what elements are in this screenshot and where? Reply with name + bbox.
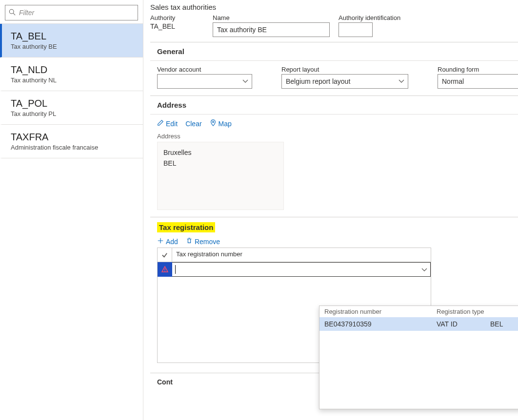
- authority-list-pane: TA_BEL Tax authority BE TA_NLD Tax autho…: [0, 0, 143, 420]
- address-line: Bruxelles: [163, 147, 278, 158]
- rounding-label: Rounding form: [438, 66, 518, 73]
- name-label: Name: [213, 14, 330, 21]
- tax-reg-number-column-header[interactable]: Tax registration number: [172, 248, 431, 262]
- popup-empty-area: [319, 331, 518, 409]
- tax-registration-header[interactable]: Tax registration: [157, 222, 215, 232]
- remove-label: Remove: [195, 238, 220, 246]
- rounding-select[interactable]: [438, 74, 518, 89]
- map-link[interactable]: Map: [210, 119, 232, 128]
- svg-point-0: [9, 9, 14, 14]
- address-line: BEL: [163, 158, 278, 169]
- list-item-code: TAXFRA: [11, 132, 135, 143]
- list-item[interactable]: TAXFRA Administration fiscale francaise: [0, 125, 143, 158]
- tax-reg-number-input[interactable]: [172, 263, 430, 276]
- address-field-label: Address: [157, 133, 511, 140]
- add-label: Add: [166, 238, 178, 246]
- svg-line-1: [13, 13, 15, 15]
- grid-row: [158, 262, 431, 277]
- map-label: Map: [219, 120, 232, 128]
- page-title: Sales tax authorities: [150, 2, 518, 14]
- list-item[interactable]: TA_NLD Tax authority NL: [0, 57, 143, 91]
- plus-icon: [157, 237, 164, 246]
- list-item-code: TA_POL: [11, 98, 135, 109]
- row-warning-indicator: [158, 262, 172, 277]
- popup-row[interactable]: BE0437910359 VAT ID BEL: [319, 317, 518, 331]
- filter-input[interactable]: [5, 5, 138, 20]
- popup-col-registration-number[interactable]: Registration number: [324, 308, 437, 315]
- search-icon: [9, 9, 16, 16]
- list-item-desc: Tax authority PL: [11, 110, 135, 117]
- select-all-column[interactable]: [158, 248, 172, 262]
- trash-icon: [186, 237, 193, 246]
- list-item-code: TA_BEL: [11, 31, 135, 42]
- clear-link[interactable]: Clear: [185, 120, 201, 128]
- svg-point-4: [164, 270, 165, 271]
- list-item-desc: Tax authority NL: [11, 76, 135, 84]
- address-header[interactable]: Address: [150, 96, 518, 115]
- layout-select[interactable]: [281, 74, 408, 89]
- map-pin-icon: [210, 119, 217, 128]
- detail-pane: Sales tax authorities Authority TA_BEL N…: [143, 0, 518, 420]
- list-item-desc: Tax authority BE: [11, 43, 135, 50]
- edit-link[interactable]: Edit: [157, 119, 178, 128]
- list-item-code: TA_NLD: [11, 64, 135, 76]
- add-button[interactable]: Add: [157, 237, 178, 246]
- popup-cell-type: VAT ID: [437, 320, 490, 328]
- list-item[interactable]: TA_BEL Tax authority BE: [0, 24, 143, 57]
- popup-cell-number: BE0437910359: [324, 320, 437, 328]
- popup-col-registration-type[interactable]: Registration type: [437, 308, 490, 315]
- remove-button[interactable]: Remove: [186, 237, 220, 246]
- list-item[interactable]: TA_POL Tax authority PL: [0, 91, 143, 125]
- address-section: Address Edit Clear Map Address: [150, 96, 518, 217]
- auth-id-input[interactable]: [339, 22, 373, 37]
- svg-point-2: [212, 121, 214, 123]
- layout-label: Report layout: [281, 66, 408, 73]
- auth-id-label: Authority identification: [339, 14, 400, 21]
- popup-cell-country: BEL: [490, 320, 503, 328]
- clear-label: Clear: [185, 120, 201, 128]
- authority-value: TA_BEL: [150, 22, 204, 37]
- list-item-desc: Administration fiscale francaise: [11, 144, 135, 151]
- text-cursor: [175, 265, 176, 274]
- name-input[interactable]: [213, 22, 330, 37]
- vendor-select[interactable]: [157, 74, 252, 89]
- vendor-label: Vendor account: [157, 66, 252, 73]
- chevron-down-icon[interactable]: [421, 267, 427, 274]
- registration-lookup-popup: Registration number Registration type BE…: [319, 305, 518, 409]
- address-display: Bruxelles BEL: [157, 142, 284, 210]
- pencil-icon: [157, 119, 164, 128]
- authority-label: Authority: [150, 14, 204, 21]
- general-header[interactable]: General: [150, 42, 518, 61]
- edit-label: Edit: [166, 120, 178, 128]
- general-section: General Vendor account Report layout: [150, 42, 518, 96]
